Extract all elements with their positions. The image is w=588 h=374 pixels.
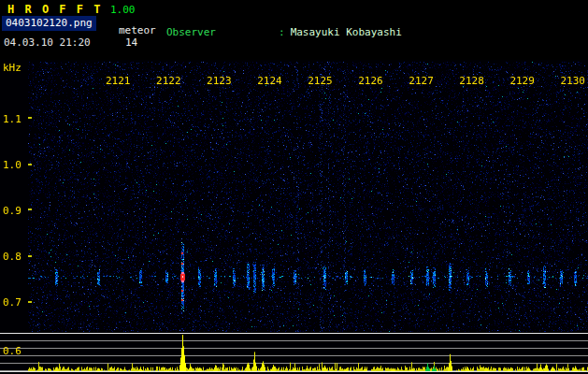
info-separator: : [279,26,285,38]
freq-tick-label: 0.9 [3,205,22,217]
time-tick-label: 2130 [560,75,585,87]
time-tick-label: 2125 [308,75,333,87]
app-title: H R O F F T [7,3,102,16]
freq-tick-label: 0.7 [3,296,22,309]
time-tick-label: 2128 [459,75,484,87]
info-row-observer: Observer:Masayuki Kobayashi [166,26,581,38]
freq-tick-label: 0.6 [3,345,22,357]
time-axis: 2121 2122 2123 2124 2125 2126 2127 2128 … [106,75,585,87]
output-filename: 0403102120.png [2,16,96,31]
time-tick-label: 2122 [156,75,181,87]
meteor-count: 14 [125,36,137,49]
time-tick-label: 2123 [207,75,232,87]
timestamp-label: 04.03.10 21:20 [4,36,91,49]
spectrogram-canvas [0,60,588,374]
time-tick-label: 2127 [409,75,434,87]
info-label: Observer [166,26,279,38]
info-value: Masayuki Kobayashi [291,26,402,38]
freq-tick-label: 1.1 [3,113,22,125]
hrofft-output-window: H R O F F T 1.00 0403102120.png meteor 0… [0,0,588,374]
time-tick-label: 2124 [257,75,282,87]
app-version: 1.00 [110,4,136,16]
time-tick-label: 2121 [106,75,131,87]
mode-label: meteor [119,24,156,36]
time-tick-label: 2129 [509,75,535,87]
freq-tick-label: 0.8 [3,251,22,263]
time-tick-label: 2126 [358,75,383,87]
freq-tick-label: 1.0 [3,159,22,171]
y-axis-unit-label: kHz [3,62,22,74]
